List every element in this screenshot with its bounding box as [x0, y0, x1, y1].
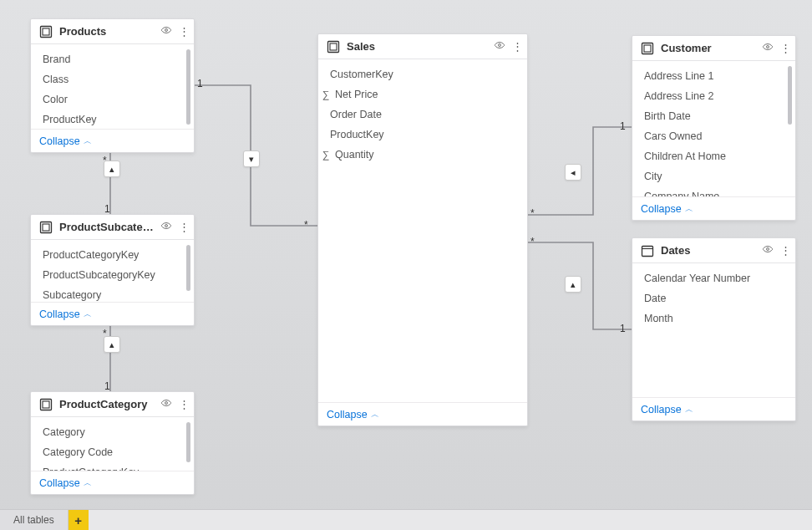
table-title: Dates [661, 244, 755, 257]
field-list: CustomerKey ∑Net Price Order Date Produc… [318, 59, 527, 170]
field-item[interactable]: ProductSubcategoryKey [31, 265, 194, 285]
chevron-up-icon: ︿ [685, 404, 693, 415]
field-item[interactable]: Calendar Year Number [632, 268, 795, 288]
collapse-link[interactable]: Collapse︿ [39, 308, 92, 320]
chevron-up-icon: ︿ [84, 477, 92, 489]
more-icon[interactable]: ⋮ [780, 42, 787, 54]
table-dates[interactable]: Dates ⋮ Calendar Year Number Date Month … [632, 237, 796, 421]
table-header[interactable]: ProductCategory ⋮ [31, 392, 194, 417]
tab-all-tables[interactable]: All tables [0, 510, 69, 530]
field-item[interactable]: ProductCategoryKey [31, 245, 194, 265]
table-header[interactable]: Sales ⋮ [318, 34, 527, 59]
field-item[interactable]: Category Code [31, 442, 194, 462]
svg-point-11 [499, 44, 501, 47]
cardinality-one: 1 [104, 203, 110, 215]
visibility-icon[interactable] [492, 39, 507, 54]
svg-point-17 [767, 248, 769, 251]
filter-direction-icon[interactable]: ▾ [243, 150, 260, 167]
more-icon[interactable]: ⋮ [179, 25, 185, 38]
collapse-link[interactable]: Collapse︿ [641, 404, 693, 415]
scrollbar[interactable] [788, 66, 792, 191]
field-item[interactable]: Subcategory [31, 285, 194, 302]
table-icon [39, 25, 53, 38]
collapse-link[interactable]: Collapse︿ [327, 409, 379, 420]
svg-rect-1 [43, 28, 49, 35]
visibility-icon[interactable] [760, 41, 775, 55]
chevron-up-icon: ︿ [371, 409, 379, 420]
visibility-icon[interactable] [159, 24, 174, 38]
cardinality-many: * [103, 328, 107, 339]
visibility-icon[interactable] [159, 220, 174, 234]
field-item[interactable]: Address Line 2 [632, 86, 795, 106]
filter-direction-icon[interactable]: ▴ [565, 276, 581, 293]
scrollbar[interactable] [186, 422, 190, 466]
table-title: Customer [661, 42, 755, 54]
table-icon [327, 40, 340, 54]
field-item[interactable]: Class [31, 69, 194, 89]
cardinality-many: * [530, 236, 535, 247]
filter-direction-icon[interactable]: ◂ [565, 164, 581, 181]
field-list: Address Line 1 Address Line 2 Birth Date… [632, 61, 795, 196]
more-icon[interactable]: ⋮ [179, 398, 185, 410]
field-item[interactable]: Month [632, 308, 795, 329]
table-products[interactable]: Products ⋮ Brand Class Color ProductKey … [30, 18, 195, 153]
table-icon [39, 398, 53, 411]
table-header[interactable]: ProductSubcategory ⋮ [31, 215, 194, 240]
table-productcategory[interactable]: ProductCategory ⋮ Category Category Code… [30, 391, 195, 495]
field-item[interactable]: Category [31, 422, 194, 442]
field-item[interactable]: ∑Quantity [318, 145, 527, 165]
cardinality-one: 1 [620, 323, 626, 334]
field-item[interactable]: CustomerKey [318, 64, 527, 84]
table-customer[interactable]: Customer ⋮ Address Line 1 Address Line 2… [632, 35, 796, 221]
more-icon[interactable]: ⋮ [780, 244, 787, 257]
table-sales[interactable]: Sales ⋮ CustomerKey ∑Net Price Order Dat… [317, 33, 528, 426]
visibility-icon[interactable] [760, 243, 775, 257]
field-item[interactable]: ProductCategoryKey [31, 462, 194, 471]
field-item[interactable]: Color [31, 89, 194, 110]
chevron-up-icon: ︿ [84, 135, 92, 147]
bottom-bar: All tables + [0, 509, 812, 530]
table-title: Products [59, 25, 154, 38]
visibility-icon[interactable] [159, 397, 174, 411]
model-canvas[interactable]: Products ⋮ Brand Class Color ProductKey … [0, 0, 812, 510]
field-item[interactable]: Cars Owned [632, 126, 795, 146]
scrollbar[interactable] [186, 49, 190, 124]
field-item[interactable]: Children At Home [632, 146, 795, 166]
cardinality-one: 1 [197, 78, 203, 89]
cardinality-one: 1 [104, 380, 110, 392]
field-item[interactable]: Address Line 1 [632, 66, 795, 86]
table-header[interactable]: Dates ⋮ [632, 238, 795, 263]
table-header[interactable]: Customer ⋮ [632, 36, 795, 61]
more-icon[interactable]: ⋮ [512, 40, 519, 53]
field-item[interactable]: Order Date [318, 104, 527, 125]
table-title: ProductCategory [59, 398, 154, 410]
sigma-icon: ∑ [320, 147, 332, 162]
filter-direction-icon[interactable]: ▴ [104, 161, 120, 177]
field-item[interactable]: Company Name [632, 186, 795, 196]
collapse-link[interactable]: Collapse︿ [39, 135, 92, 147]
svg-rect-13 [644, 45, 651, 52]
table-productsubcategory[interactable]: ProductSubcategory ⋮ ProductCategoryKey … [30, 214, 195, 326]
field-item[interactable]: Birth Date [632, 106, 795, 126]
collapse-link[interactable]: Collapse︿ [39, 477, 92, 489]
svg-point-14 [767, 46, 769, 48]
more-icon[interactable]: ⋮ [179, 221, 185, 233]
field-item[interactable]: ProductKey [318, 125, 527, 145]
svg-rect-10 [330, 43, 337, 50]
field-item[interactable]: ProductKey [31, 110, 194, 129]
field-item[interactable]: Date [632, 288, 795, 308]
field-item[interactable]: ∑Net Price [318, 84, 527, 104]
sigma-icon: ∑ [320, 87, 332, 102]
field-item[interactable]: City [632, 166, 795, 186]
field-list: ProductCategoryKey ProductSubcategoryKey… [31, 240, 194, 302]
chevron-up-icon: ︿ [685, 203, 693, 215]
svg-point-2 [165, 29, 168, 32]
field-list: Calendar Year Number Date Month [632, 263, 795, 334]
field-item[interactable]: Brand [31, 49, 194, 69]
svg-point-8 [165, 402, 168, 405]
collapse-link[interactable]: Collapse︿ [641, 203, 693, 215]
add-tab-button[interactable]: + [69, 510, 89, 530]
table-header[interactable]: Products ⋮ [31, 19, 194, 44]
scrollbar[interactable] [186, 245, 190, 297]
svg-rect-15 [642, 246, 653, 256]
